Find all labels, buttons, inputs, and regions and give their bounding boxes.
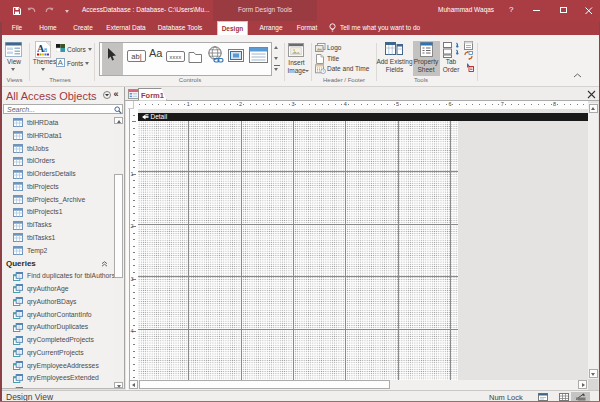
svg-text:a: a xyxy=(44,45,48,54)
svg-text:A: A xyxy=(58,58,63,67)
